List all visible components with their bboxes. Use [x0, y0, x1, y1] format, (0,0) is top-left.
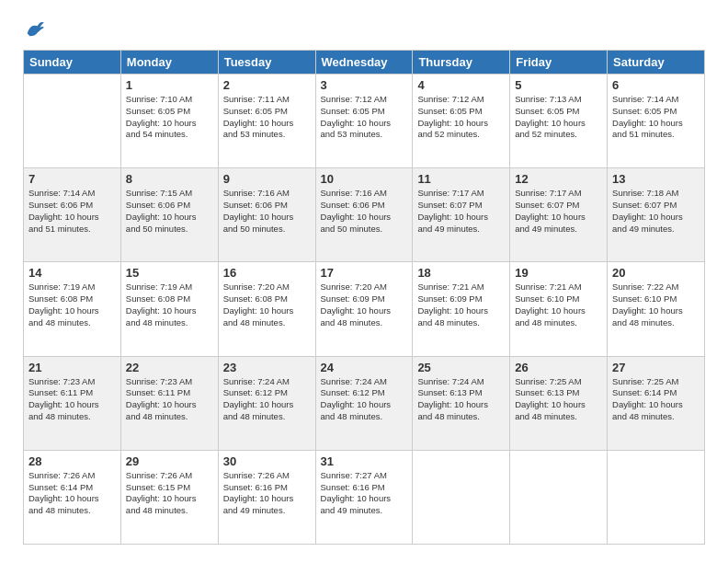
day-number: 31: [321, 454, 408, 468]
weekday-header-row: SundayMondayTuesdayWednesdayThursdayFrid…: [24, 51, 705, 75]
logo-bird-icon: [25, 18, 45, 39]
day-number: 4: [417, 78, 505, 92]
day-info: Sunrise: 7:25 AMSunset: 6:14 PMDaylight:…: [612, 376, 700, 423]
day-number: 26: [515, 361, 602, 374]
calendar-week-row: 28Sunrise: 7:26 AMSunset: 6:14 PMDayligh…: [24, 450, 705, 544]
day-number: 24: [321, 361, 408, 374]
calendar-cell: 23Sunrise: 7:24 AMSunset: 6:12 PMDayligh…: [218, 356, 315, 450]
day-info: Sunrise: 7:16 AMSunset: 6:06 PMDaylight:…: [321, 188, 408, 235]
calendar-cell: 12Sunrise: 7:17 AMSunset: 6:07 PMDayligh…: [510, 168, 608, 262]
day-info: Sunrise: 7:17 AMSunset: 6:07 PMDaylight:…: [515, 188, 602, 235]
day-number: 27: [612, 361, 700, 374]
day-number: 30: [223, 454, 311, 468]
calendar-week-row: 7Sunrise: 7:14 AMSunset: 6:06 PMDaylight…: [24, 168, 705, 262]
day-info: Sunrise: 7:24 AMSunset: 6:12 PMDaylight:…: [321, 376, 408, 423]
day-info: Sunrise: 7:24 AMSunset: 6:12 PMDaylight:…: [223, 376, 311, 423]
page: SundayMondayTuesdayWednesdayThursdayFrid…: [0, 0, 728, 563]
calendar-cell: 10Sunrise: 7:16 AMSunset: 6:06 PMDayligh…: [315, 168, 413, 262]
weekday-header-tuesday: Tuesday: [218, 51, 315, 75]
day-info: Sunrise: 7:27 AMSunset: 6:16 PMDaylight:…: [321, 470, 408, 517]
day-number: 1: [126, 78, 213, 92]
calendar-cell: 30Sunrise: 7:26 AMSunset: 6:16 PMDayligh…: [218, 450, 315, 544]
calendar-cell: 13Sunrise: 7:18 AMSunset: 6:07 PMDayligh…: [608, 168, 705, 262]
calendar-cell: 17Sunrise: 7:20 AMSunset: 6:09 PMDayligh…: [315, 262, 413, 356]
day-info: Sunrise: 7:26 AMSunset: 6:16 PMDaylight:…: [223, 470, 311, 517]
day-number: 28: [28, 454, 116, 468]
calendar-cell: 11Sunrise: 7:17 AMSunset: 6:07 PMDayligh…: [413, 168, 510, 262]
calendar-table: SundayMondayTuesdayWednesdayThursdayFrid…: [23, 50, 705, 545]
day-info: Sunrise: 7:26 AMSunset: 6:15 PMDaylight:…: [126, 470, 213, 517]
day-info: Sunrise: 7:24 AMSunset: 6:13 PMDaylight:…: [417, 376, 505, 423]
day-number: 25: [417, 361, 505, 374]
day-number: 17: [321, 266, 408, 280]
day-number: 19: [515, 266, 602, 280]
day-info: Sunrise: 7:21 AMSunset: 6:10 PMDaylight:…: [515, 282, 602, 328]
day-info: Sunrise: 7:18 AMSunset: 6:07 PMDaylight:…: [612, 188, 700, 235]
day-info: Sunrise: 7:17 AMSunset: 6:07 PMDaylight:…: [417, 188, 505, 235]
day-info: Sunrise: 7:19 AMSunset: 6:08 PMDaylight:…: [126, 282, 213, 328]
day-info: Sunrise: 7:14 AMSunset: 6:06 PMDaylight:…: [28, 188, 116, 235]
day-info: Sunrise: 7:12 AMSunset: 6:05 PMDaylight:…: [321, 94, 408, 141]
calendar-week-row: 14Sunrise: 7:19 AMSunset: 6:08 PMDayligh…: [24, 262, 705, 356]
weekday-header-sunday: Sunday: [24, 51, 121, 75]
calendar-cell: 19Sunrise: 7:21 AMSunset: 6:10 PMDayligh…: [510, 262, 608, 356]
day-info: Sunrise: 7:12 AMSunset: 6:05 PMDaylight:…: [417, 94, 505, 141]
day-number: 5: [515, 78, 602, 92]
day-number: 23: [223, 361, 311, 374]
day-number: 22: [126, 361, 213, 374]
day-info: Sunrise: 7:19 AMSunset: 6:08 PMDaylight:…: [28, 282, 116, 328]
day-info: Sunrise: 7:20 AMSunset: 6:09 PMDaylight:…: [321, 282, 408, 328]
day-info: Sunrise: 7:22 AMSunset: 6:10 PMDaylight:…: [612, 282, 700, 328]
calendar-cell: [608, 450, 705, 544]
day-info: Sunrise: 7:21 AMSunset: 6:09 PMDaylight:…: [417, 282, 505, 328]
calendar-cell: 18Sunrise: 7:21 AMSunset: 6:09 PMDayligh…: [413, 262, 510, 356]
day-info: Sunrise: 7:23 AMSunset: 6:11 PMDaylight:…: [28, 376, 116, 423]
calendar-cell: [510, 450, 608, 544]
day-number: 2: [223, 78, 311, 92]
day-number: 6: [612, 78, 700, 92]
calendar-cell: 14Sunrise: 7:19 AMSunset: 6:08 PMDayligh…: [24, 262, 121, 356]
logo: [23, 18, 45, 39]
weekday-header-thursday: Thursday: [413, 51, 510, 75]
calendar-cell: 20Sunrise: 7:22 AMSunset: 6:10 PMDayligh…: [608, 262, 705, 356]
calendar-cell: [24, 75, 121, 168]
day-number: 10: [321, 172, 408, 186]
calendar-cell: 6Sunrise: 7:14 AMSunset: 6:05 PMDaylight…: [608, 75, 705, 168]
calendar-cell: 8Sunrise: 7:15 AMSunset: 6:06 PMDaylight…: [120, 168, 218, 262]
day-info: Sunrise: 7:15 AMSunset: 6:06 PMDaylight:…: [126, 188, 213, 235]
day-info: Sunrise: 7:13 AMSunset: 6:05 PMDaylight:…: [515, 94, 602, 141]
day-info: Sunrise: 7:20 AMSunset: 6:08 PMDaylight:…: [223, 282, 311, 328]
day-number: 11: [417, 172, 505, 186]
calendar-cell: 9Sunrise: 7:16 AMSunset: 6:06 PMDaylight…: [218, 168, 315, 262]
calendar-cell: 4Sunrise: 7:12 AMSunset: 6:05 PMDaylight…: [413, 75, 510, 168]
day-number: 12: [515, 172, 602, 186]
day-info: Sunrise: 7:26 AMSunset: 6:14 PMDaylight:…: [28, 470, 116, 517]
day-number: 29: [126, 454, 213, 468]
calendar-cell: 22Sunrise: 7:23 AMSunset: 6:11 PMDayligh…: [120, 356, 218, 450]
weekday-header-monday: Monday: [120, 51, 218, 75]
calendar-cell: 5Sunrise: 7:13 AMSunset: 6:05 PMDaylight…: [510, 75, 608, 168]
day-info: Sunrise: 7:25 AMSunset: 6:13 PMDaylight:…: [515, 376, 602, 423]
day-number: 3: [321, 78, 408, 92]
calendar-cell: 2Sunrise: 7:11 AMSunset: 6:05 PMDaylight…: [218, 75, 315, 168]
day-number: 7: [28, 172, 116, 186]
day-number: 21: [28, 361, 116, 374]
calendar-cell: 27Sunrise: 7:25 AMSunset: 6:14 PMDayligh…: [608, 356, 705, 450]
calendar-cell: 21Sunrise: 7:23 AMSunset: 6:11 PMDayligh…: [24, 356, 121, 450]
calendar-cell: 28Sunrise: 7:26 AMSunset: 6:14 PMDayligh…: [24, 450, 121, 544]
calendar-cell: 3Sunrise: 7:12 AMSunset: 6:05 PMDaylight…: [315, 75, 413, 168]
day-info: Sunrise: 7:23 AMSunset: 6:11 PMDaylight:…: [126, 376, 213, 423]
day-info: Sunrise: 7:16 AMSunset: 6:06 PMDaylight:…: [223, 188, 311, 235]
day-number: 18: [417, 266, 505, 280]
calendar-cell: 24Sunrise: 7:24 AMSunset: 6:12 PMDayligh…: [315, 356, 413, 450]
day-number: 13: [612, 172, 700, 186]
day-info: Sunrise: 7:14 AMSunset: 6:05 PMDaylight:…: [612, 94, 700, 141]
day-info: Sunrise: 7:11 AMSunset: 6:05 PMDaylight:…: [223, 94, 311, 141]
weekday-header-friday: Friday: [510, 51, 608, 75]
calendar-cell: [413, 450, 510, 544]
calendar-cell: 26Sunrise: 7:25 AMSunset: 6:13 PMDayligh…: [510, 356, 608, 450]
header: [23, 18, 705, 39]
calendar-cell: 16Sunrise: 7:20 AMSunset: 6:08 PMDayligh…: [218, 262, 315, 356]
calendar-cell: 25Sunrise: 7:24 AMSunset: 6:13 PMDayligh…: [413, 356, 510, 450]
calendar-cell: 15Sunrise: 7:19 AMSunset: 6:08 PMDayligh…: [120, 262, 218, 356]
